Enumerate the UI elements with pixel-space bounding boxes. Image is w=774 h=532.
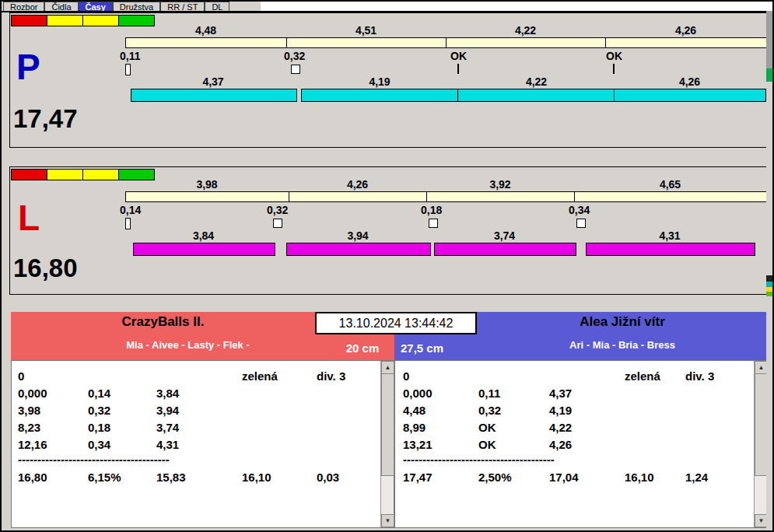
- cell-total-time: 17,47: [403, 471, 478, 484]
- sensor-tick: [457, 64, 459, 74]
- split-label: 4,22: [446, 25, 605, 37]
- cell: 0,000: [403, 387, 478, 400]
- team-lineup-left: Mia - Aivee - Lasty - Flek -: [11, 339, 365, 351]
- cell: 4,48: [403, 404, 478, 417]
- split-label: 3,92: [426, 179, 574, 191]
- split-segment: [289, 191, 427, 202]
- cell: 0,14: [88, 387, 156, 400]
- cell: 0,34: [88, 438, 156, 451]
- sensor-label: OK: [450, 51, 485, 62]
- lap-bar: [614, 89, 766, 102]
- split-label: 4,26: [289, 179, 426, 191]
- cell: 0,000: [18, 387, 88, 400]
- sensor-checkbox: [273, 219, 282, 228]
- sensor-mark-bar: [125, 64, 131, 75]
- light-yellow-1: [47, 169, 83, 180]
- strip-segment: [766, 282, 772, 287]
- split-label: 3,98: [125, 179, 289, 191]
- tab-casy[interactable]: Časy: [79, 2, 113, 11]
- split-label: 4,26: [605, 25, 766, 37]
- cell: 3,84: [156, 387, 242, 400]
- totals-row: 17,47 2,50% 17,04 16,10 1,24: [395, 468, 754, 485]
- cell: 13,21: [403, 438, 478, 451]
- cell: 0,32: [88, 404, 156, 417]
- lap-label: 4,26: [615, 76, 765, 88]
- cell-ref-time: 16,10: [242, 471, 317, 484]
- scrollbar[interactable]: ▲ ▼: [754, 361, 767, 527]
- lap-bar: [286, 243, 431, 256]
- light-red: [11, 15, 47, 26]
- tab-dl[interactable]: DL: [205, 2, 229, 11]
- split-label: 4,48: [125, 25, 286, 37]
- run-table-left[interactable]: 0 zelená div. 3 0,000 0,14 3,84 3,98 0,3…: [12, 361, 380, 527]
- scroll-down-icon: ▼: [385, 517, 391, 524]
- split-label: 4,51: [286, 25, 446, 37]
- split-segment: [426, 191, 575, 202]
- lap-label: 4,19: [301, 76, 458, 88]
- light-yellow-1: [47, 15, 83, 26]
- split-segment: [286, 37, 447, 48]
- tab-rozbor[interactable]: Rozbor: [3, 2, 44, 11]
- cell: zelená: [625, 369, 685, 383]
- lane-total-p: 17,47: [13, 105, 78, 133]
- cell: 0: [403, 369, 478, 383]
- cell: OK: [478, 438, 549, 451]
- cell: 0,32: [478, 404, 549, 417]
- split-track-bar: [125, 37, 767, 48]
- split-segment: [605, 37, 767, 48]
- lap-label: 3,94: [286, 230, 429, 242]
- split-label: 4,65: [574, 179, 766, 191]
- separator: ---------------------------------------: [403, 453, 625, 466]
- lap-bar: [301, 89, 460, 102]
- lap-bar: [586, 243, 755, 256]
- strip-segment: [766, 68, 772, 82]
- cell-net-time: 17,04: [549, 471, 625, 484]
- sensor-checkbox: [576, 219, 586, 228]
- lap-label: 4,22: [458, 76, 615, 88]
- split-segment: [574, 191, 767, 202]
- table-row: 13,21 OK 4,26: [395, 436, 754, 453]
- lap-bar: [457, 89, 616, 102]
- team-name-right: Alea Jižní vítr: [477, 314, 768, 330]
- tab-bar: Rozbor Čidla Časy Družstva RR / ST DL: [3, 2, 229, 11]
- cell: 12,16: [18, 438, 88, 451]
- scroll-thumb[interactable]: [381, 373, 394, 476]
- split-track-bar: [125, 191, 767, 202]
- separator: ---------------------------------------: [18, 453, 242, 466]
- split-segment: [125, 37, 287, 48]
- cell: 8,23: [18, 421, 88, 434]
- separator-row: ---------------------------------------: [12, 453, 380, 465]
- cell-net-time: 15,83: [156, 471, 242, 484]
- tab-cidla[interactable]: Čidla: [44, 2, 78, 11]
- table-row: 0 zelená div. 3: [12, 367, 380, 384]
- run-table-right[interactable]: 0 zelená div. 3 0,000 0,11 4,37 4,48 0,3…: [395, 361, 754, 527]
- sensor-mark-bar: [125, 218, 131, 229]
- cell: div. 3: [317, 369, 380, 383]
- run-data-panel-right: 0 zelená div. 3 0,000 0,11 4,37 4,48 0,3…: [394, 360, 768, 528]
- table-row: 0 zelená div. 3: [395, 367, 754, 384]
- timestamp: 13.10.2024 13:44:42: [315, 312, 477, 334]
- sensor-tick: [613, 64, 615, 74]
- scroll-up-icon: ▲: [385, 364, 391, 371]
- lap-label: 4,37: [131, 76, 296, 88]
- scroll-down-button[interactable]: ▼: [381, 514, 394, 527]
- sensor-label: OK: [606, 51, 641, 62]
- light-yellow-2: [82, 169, 119, 180]
- run-data-panel-left: 0 zelená div. 3 0,000 0,14 3,84 3,98 0,3…: [11, 360, 394, 528]
- cell-diff: 0,03: [317, 471, 380, 484]
- lane-letter-p: P: [16, 49, 40, 85]
- lap-label: 3,74: [434, 230, 575, 242]
- lap-label: 4,31: [586, 230, 754, 242]
- scrollbar[interactable]: ▲ ▼: [380, 361, 394, 527]
- table-row: 3,98 0,32 3,94: [12, 401, 380, 418]
- lap-bar: [131, 89, 297, 102]
- sensor-label: 0,34: [569, 205, 604, 216]
- tab-rr-st[interactable]: RR / ST: [160, 2, 205, 11]
- title-strip: [261, 2, 772, 11]
- cell: 3,94: [156, 404, 242, 417]
- tab-druzstva[interactable]: Družstva: [113, 2, 160, 11]
- cell: 8,99: [403, 421, 478, 434]
- strip-segment: [766, 292, 772, 296]
- cell: 0,18: [88, 421, 156, 434]
- scroll-up-button[interactable]: ▲: [381, 361, 394, 374]
